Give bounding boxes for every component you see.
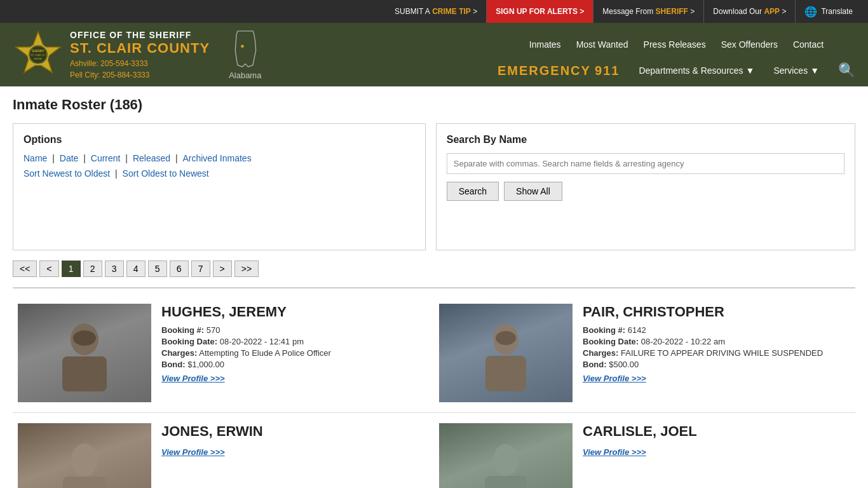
crime-tip-highlight: CRIME TIP (432, 7, 471, 16)
svg-point-13 (71, 444, 98, 477)
opt-date-link[interactable]: Date (60, 153, 79, 163)
county-name: ST. CLAIR COUNTY (70, 40, 210, 57)
app-link[interactable]: Download Our APP > (704, 0, 796, 23)
globe-icon: 🌐 (804, 6, 817, 18)
options-title: Options (24, 134, 415, 146)
divider (13, 287, 855, 288)
chevron-down-icon-2: ▼ (810, 65, 819, 76)
sheriff-link[interactable]: Message From SHERIFF > (593, 0, 704, 23)
top-bar: SUBMIT A CRIME TIP > SIGN UP FOR ALERTS … (0, 0, 868, 23)
inmate-bond-2: Bond: $500.00 (583, 360, 850, 369)
opt-current-link[interactable]: Current (91, 153, 121, 163)
office-title: OFFICE OF THE SHERIFF (70, 30, 210, 40)
inmate-booking-date-2: Booking Date: 08-20-2022 - 10:22 am (583, 337, 850, 346)
opt-oldest-link[interactable]: Sort Oldest to Newest (123, 168, 209, 179)
inmate-name-1: HUGHES, JEREMY (161, 304, 429, 320)
header-nav: Inmates Most Wanted Press Releases Sex O… (498, 28, 855, 81)
page-last-button[interactable]: >> (234, 261, 259, 277)
nav-inmates[interactable]: Inmates (529, 39, 561, 50)
crime-tip-text: SUBMIT A (395, 7, 430, 16)
inmate-info-4: CARLISLE, JOEL View Profile >>> (583, 423, 850, 488)
sheriff-badge: SHERIFF ST. CLAIR CO. MURRAY (13, 29, 64, 80)
inmate-info-3: JONES, ERWIN View Profile >>> (161, 423, 429, 488)
page-1-button[interactable]: 1 (62, 261, 81, 277)
pellcity-phone: Pell City: 205-884-3333 (70, 71, 210, 79)
page-5-button[interactable]: 5 (148, 261, 167, 277)
inmate-info-2: PAIR, CHRISTOPHER Booking #: 6142 Bookin… (583, 304, 850, 402)
office-text: OFFICE OF THE SHERIFF ST. CLAIR COUNTY A… (70, 30, 210, 79)
view-profile-1[interactable]: View Profile >>> (161, 374, 225, 383)
svg-text:ST. CLAIR CO.: ST. CLAIR CO. (31, 54, 46, 57)
opt-name-link[interactable]: Name (24, 153, 47, 163)
site-header: SHERIFF ST. CLAIR CO. MURRAY OFFICE OF T… (0, 23, 868, 86)
inmate-name-3: JONES, ERWIN (161, 423, 429, 440)
search-button[interactable]: Search (447, 182, 499, 201)
photo-placeholder-2 (439, 304, 573, 402)
page-3-button[interactable]: 3 (105, 261, 124, 277)
search-box: Search By Name Search Show All (436, 123, 855, 250)
nav-press-releases[interactable]: Press Releases (644, 39, 706, 50)
inmate-booking-num-1: Booking #: 570 (161, 325, 429, 335)
alerts-button[interactable]: SIGN UP FOR ALERTS > (487, 0, 593, 23)
inmate-name-2: PAIR, CHRISTOPHER (583, 304, 850, 320)
inmate-bond-1: Bond: $1,000.00 (161, 360, 429, 369)
svg-rect-8 (62, 356, 107, 391)
services-dropdown[interactable]: Services ▼ (773, 65, 819, 76)
departments-dropdown[interactable]: Departments & Resources ▼ (639, 65, 754, 76)
nav-contact[interactable]: Contact (793, 39, 824, 50)
search-icon-button[interactable]: 🔍 (838, 62, 855, 79)
svg-text:SHERIFF: SHERIFF (32, 50, 44, 53)
view-profile-2[interactable]: View Profile >>> (583, 374, 646, 383)
inmate-card-3: JONES, ERWIN View Profile >>> (13, 413, 434, 488)
page-prev-button[interactable]: < (39, 261, 58, 277)
inmate-card-4: CARLISLE, JOEL View Profile >>> (434, 413, 855, 488)
view-profile-4[interactable]: View Profile >>> (583, 447, 646, 457)
inmate-photo-2 (439, 304, 573, 402)
svg-text:MURRAY: MURRAY (34, 58, 43, 60)
nav-sex-offenders[interactable]: Sex Offenders (721, 39, 778, 50)
opt-newest-link[interactable]: Sort Newest to Oldest (24, 168, 110, 179)
page-6-button[interactable]: 6 (170, 261, 189, 277)
svg-rect-14 (63, 477, 106, 489)
photo-placeholder-3 (18, 423, 151, 488)
inmate-charges-1: Charges: Attempting To Elude A Police Of… (161, 348, 429, 358)
opt-released-link[interactable]: Released (133, 153, 170, 163)
photo-placeholder-4 (439, 423, 573, 488)
pagination: << < 1 2 3 4 5 6 7 > >> (13, 261, 855, 277)
translate-button[interactable]: 🌐 Translate (796, 0, 862, 23)
page-next-button[interactable]: > (213, 261, 232, 277)
page-4-button[interactable]: 4 (126, 261, 146, 277)
ashville-phone: Ashville: 205-594-3333 (70, 59, 210, 68)
svg-point-6 (241, 44, 244, 48)
svg-point-12 (496, 331, 516, 345)
nav-most-wanted[interactable]: Most Wanted (576, 39, 628, 50)
inmate-booking-num-2: Booking #: 6142 (583, 325, 850, 335)
inmate-photo-3 (18, 423, 151, 488)
page-2-button[interactable]: 2 (83, 261, 102, 277)
inmate-photo-1 (18, 304, 151, 402)
inmate-name-4: CARLISLE, JOEL (583, 423, 850, 440)
page-7-button[interactable]: 7 (191, 261, 210, 277)
svg-rect-11 (485, 356, 526, 391)
svg-rect-16 (485, 476, 527, 489)
page-title: Inmate Roster (186) (13, 97, 855, 113)
svg-point-15 (493, 444, 519, 476)
opt-archived-link[interactable]: Archived Inmates (182, 153, 251, 163)
view-profile-3[interactable]: View Profile >>> (161, 447, 225, 457)
inmate-info-1: HUGHES, JEREMY Booking #: 570 Booking Da… (161, 304, 429, 402)
chevron-down-icon: ▼ (746, 65, 755, 76)
options-box: Options Name | Date | Current | Released… (13, 123, 426, 250)
page-first-button[interactable]: << (13, 261, 37, 277)
header-nav-bottom: EMERGENCY 911 Departments & Resources ▼ … (498, 62, 855, 79)
crime-tip-link[interactable]: SUBMIT A CRIME TIP > (386, 0, 487, 23)
options-search-row: Options Name | Date | Current | Released… (13, 123, 855, 250)
show-all-button[interactable]: Show All (504, 182, 562, 201)
inmate-grid: HUGHES, JEREMY Booking #: 570 Booking Da… (13, 294, 855, 488)
main-content: Inmate Roster (186) Options Name | Date … (0, 86, 868, 488)
search-input[interactable] (447, 153, 844, 174)
photo-placeholder-1 (18, 304, 151, 402)
inmate-booking-date-1: Booking Date: 08-20-2022 - 12:41 pm (161, 337, 429, 346)
state-area: Alabama (229, 30, 261, 80)
inmate-photo-4 (439, 423, 573, 488)
options-filter-links: Name | Date | Current | Released | Archi… (24, 153, 415, 163)
